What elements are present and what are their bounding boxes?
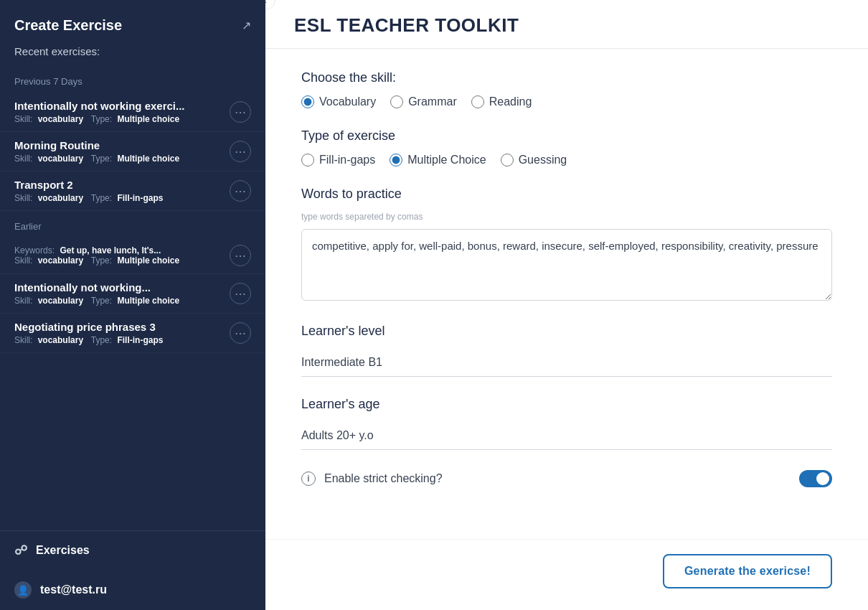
learners-level-input[interactable] xyxy=(301,349,832,377)
exercise-name: Intentionally not working exerci... xyxy=(14,100,224,112)
skill-reading-option[interactable]: Reading xyxy=(471,95,532,108)
sidebar: Create Exercise ↗ Recent exercises: Prev… xyxy=(0,0,265,610)
exercise-item[interactable]: Morning Routine Skill: vocabulary Type: … xyxy=(0,132,265,172)
exercise-meta: Keywords: Get up, have lunch, It's... xyxy=(14,245,224,255)
exercise-info: Keywords: Get up, have lunch, It's... Sk… xyxy=(14,245,224,266)
exercise-name: Morning Routine xyxy=(14,139,224,151)
skill-grammar-radio[interactable] xyxy=(390,95,403,108)
type-fill-in-gaps-option[interactable]: Fill-in-gaps xyxy=(301,154,375,166)
period-1-label: Previous 7 Days xyxy=(0,66,265,93)
exercise-meta: Skill: vocabulary Type: Fill-in-gaps xyxy=(14,193,224,203)
exercises-nav-label: Exercises xyxy=(36,544,90,557)
recent-exercises-label: Recent exercises: xyxy=(0,45,265,66)
skill-reading-label: Reading xyxy=(489,95,532,108)
user-email-label: test@test.ru xyxy=(40,583,107,596)
exercise-item[interactable]: Transport 2 Skill: vocabulary Type: Fill… xyxy=(0,172,265,211)
exercise-item[interactable]: Negotiating price phrases 3 Skill: vocab… xyxy=(0,314,265,353)
page-title: ESL TEACHER TOOLKIT xyxy=(294,14,839,37)
period-2-label: Earlier xyxy=(0,211,265,238)
info-icon[interactable]: i xyxy=(301,471,316,486)
exercise-menu-button[interactable]: ⋯ xyxy=(230,245,251,266)
exercise-item[interactable]: Intentionally not working... Skill: voca… xyxy=(0,274,265,314)
words-section: Words to practice type words separeted b… xyxy=(301,187,832,304)
exercise-menu-button[interactable]: ⋯ xyxy=(230,322,251,344)
exercise-info: Negotiating price phrases 3 Skill: vocab… xyxy=(14,321,224,345)
exercise-name: Negotiating price phrases 3 xyxy=(14,321,224,333)
type-multiple-choice-option[interactable]: Multiple Choice xyxy=(390,154,486,166)
sidebar-title: Create Exercise xyxy=(14,17,122,34)
exercises-icon: ☍ xyxy=(14,543,27,558)
exercise-info: Intentionally not working exerci... Skil… xyxy=(14,100,224,124)
skill-grammar-label: Grammar xyxy=(408,95,457,108)
exercise-meta: Skill: vocabulary Type: Multiple choice xyxy=(14,255,224,266)
sidebar-item-exercises[interactable]: ☍ Exercises xyxy=(0,531,265,570)
skill-vocabulary-radio[interactable] xyxy=(301,95,314,108)
exercise-item[interactable]: Intentionally not working exerci... Skil… xyxy=(0,93,265,132)
type-fill-in-gaps-radio[interactable] xyxy=(301,154,314,166)
exercise-menu-button[interactable]: ⋯ xyxy=(230,101,251,123)
strict-checking-label: Enable strict checking? xyxy=(324,472,791,485)
exercise-type-section: Type of exercise Fill-in-gaps Multiple C… xyxy=(301,128,832,166)
exercise-info: Intentionally not working... Skill: voca… xyxy=(14,281,224,306)
sidebar-bottom-nav: ☍ Exercises 👤 test@test.ru xyxy=(0,530,265,610)
type-multiple-choice-label: Multiple Choice xyxy=(407,154,486,166)
exercise-name: Intentionally not working... xyxy=(14,281,224,294)
choose-skill-label: Choose the skill: xyxy=(301,70,832,85)
exercise-item[interactable]: Keywords: Get up, have lunch, It's... Sk… xyxy=(0,238,265,274)
type-guessing-option[interactable]: Guessing xyxy=(501,154,567,166)
skill-vocabulary-label: Vocabulary xyxy=(319,95,376,108)
exercise-meta: Skill: vocabulary Type: Multiple choice xyxy=(14,296,224,306)
generate-exercise-button[interactable]: Generate the exericse! xyxy=(663,554,832,588)
external-link-icon[interactable]: ↗ xyxy=(242,19,251,32)
type-guessing-label: Guessing xyxy=(519,154,567,166)
skill-radio-group: Vocabulary Grammar Reading xyxy=(301,95,832,108)
learners-level-section: Learner's level xyxy=(301,324,832,377)
generate-btn-row: Generate the exericse! xyxy=(265,539,868,610)
type-fill-in-gaps-label: Fill-in-gaps xyxy=(319,154,375,166)
exercise-type-label: Type of exercise xyxy=(301,128,832,144)
learners-level-label: Learner's level xyxy=(301,324,832,339)
exercise-meta: Skill: vocabulary Type: Fill-in-gaps xyxy=(14,335,224,345)
words-sublabel: type words separeted by comas xyxy=(301,212,832,222)
skill-vocabulary-option[interactable]: Vocabulary xyxy=(301,95,376,108)
strict-checking-toggle[interactable] xyxy=(799,470,832,487)
exercise-meta: Skill: vocabulary Type: Multiple choice xyxy=(14,154,224,164)
skill-grammar-option[interactable]: Grammar xyxy=(390,95,457,108)
skill-reading-radio[interactable] xyxy=(471,95,484,108)
main-header: ESL TEACHER TOOLKIT xyxy=(265,0,868,49)
exercise-meta: Skill: vocabulary Type: Multiple choice xyxy=(14,114,224,124)
user-icon: 👤 xyxy=(14,581,32,599)
main-body: Choose the skill: Vocabulary Grammar Rea… xyxy=(265,49,868,539)
strict-checking-row: i Enable strict checking? xyxy=(301,470,832,487)
toggle-thumb xyxy=(816,472,829,485)
type-multiple-choice-radio[interactable] xyxy=(390,154,402,166)
main-content: ‹ ESL TEACHER TOOLKIT Choose the skill: … xyxy=(265,0,868,610)
learners-age-section: Learner's age xyxy=(301,397,832,450)
sidebar-scroll-area: Previous 7 Days Intentionally not workin… xyxy=(0,66,265,530)
learners-age-label: Learner's age xyxy=(301,397,832,412)
toggle-track[interactable] xyxy=(799,470,832,487)
exercise-type-radio-group: Fill-in-gaps Multiple Choice Guessing xyxy=(301,154,832,166)
exercise-info: Morning Routine Skill: vocabulary Type: … xyxy=(14,139,224,164)
words-label: Words to practice xyxy=(301,187,832,202)
exercise-menu-button[interactable]: ⋯ xyxy=(230,180,251,202)
exercise-menu-button[interactable]: ⋯ xyxy=(230,283,251,304)
exercise-info: Transport 2 Skill: vocabulary Type: Fill… xyxy=(14,179,224,203)
words-textarea[interactable] xyxy=(301,229,832,301)
exercise-name: Transport 2 xyxy=(14,179,224,191)
exercise-menu-button[interactable]: ⋯ xyxy=(230,141,251,162)
sidebar-item-user[interactable]: 👤 test@test.ru xyxy=(0,570,265,610)
learners-age-input[interactable] xyxy=(301,422,832,450)
sidebar-header: Create Exercise ↗ xyxy=(0,0,265,45)
type-guessing-radio[interactable] xyxy=(501,154,514,166)
choose-skill-section: Choose the skill: Vocabulary Grammar Rea… xyxy=(301,70,832,108)
